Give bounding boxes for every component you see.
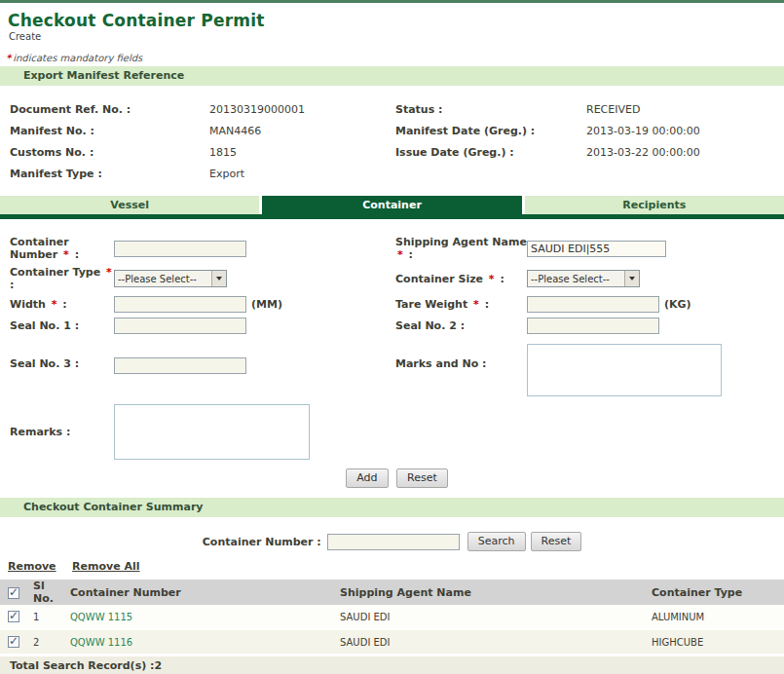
total-records-bar: Total Search Record(s) :2 bbox=[0, 656, 784, 674]
required-asterisk: * bbox=[473, 298, 479, 311]
container-size-group: Container Size * : --Please Select-- bbox=[395, 266, 640, 291]
select-all-checkbox[interactable] bbox=[8, 587, 19, 599]
customs-no-value: 1815 bbox=[209, 146, 237, 159]
doc-ref-value: 20130319000001 bbox=[209, 103, 305, 116]
remarks-group: Remarks : bbox=[10, 404, 395, 460]
container-size-select[interactable]: --Please Select-- bbox=[527, 270, 640, 287]
row1-container-type: ALUMINUM bbox=[648, 605, 784, 629]
marks-group: Marks and No : bbox=[395, 344, 722, 396]
reset-button[interactable]: Reset bbox=[396, 468, 448, 488]
manifest-no-label: Manifest No. : bbox=[10, 125, 209, 137]
form-row-4: Seal No. 1 : Seal No. 2 : bbox=[10, 318, 784, 334]
manifest-left-column: Document Ref. No. : 20130319000001 Manif… bbox=[10, 98, 395, 184]
row2-container-type: HIGHCUBE bbox=[648, 629, 784, 654]
remove-link[interactable]: Remove bbox=[8, 560, 56, 573]
seal1-label: Seal No. 1 : bbox=[10, 319, 114, 332]
customs-no-label: Customs No. : bbox=[10, 146, 209, 159]
doc-ref-label: Document Ref. No. : bbox=[10, 103, 209, 116]
manifest-type-value: Export bbox=[209, 168, 244, 180]
header-shipping-agent: Shipping Agent Name bbox=[336, 580, 648, 605]
required-asterisk: * bbox=[106, 266, 112, 279]
add-button[interactable]: Add bbox=[346, 468, 388, 488]
shipping-agent-label: Shipping Agent Name * : bbox=[395, 236, 527, 261]
mandatory-note-text: indicates mandatory fields bbox=[13, 53, 142, 63]
form-row-2: Container Type * : --Please Select-- Con… bbox=[10, 266, 784, 291]
table-row: 1 QQWW 1115 SAUDI EDI ALUMINUM bbox=[0, 605, 784, 629]
shipping-agent-input[interactable] bbox=[527, 241, 666, 257]
row1-container-number-link[interactable]: QQWW 1115 bbox=[70, 612, 132, 622]
tab-container[interactable]: Container bbox=[262, 196, 521, 214]
required-asterisk: * bbox=[489, 273, 495, 285]
remove-all-link[interactable]: Remove All bbox=[72, 560, 139, 573]
customs-no-row: Customs No. : 1815 bbox=[10, 141, 395, 163]
form-row-5: Seal No. 3 : Marks and No : bbox=[10, 344, 784, 396]
container-size-label: Container Size * : bbox=[395, 273, 527, 285]
tare-weight-label: Tare Weight * : bbox=[395, 298, 527, 311]
width-label: Width * : bbox=[10, 298, 114, 311]
table-row: 2 QQWW 1116 SAUDI EDI HIGHCUBE bbox=[0, 629, 784, 654]
container-number-input[interactable] bbox=[114, 241, 246, 257]
chevron-down-icon bbox=[624, 271, 639, 286]
seal1-input[interactable] bbox=[114, 318, 246, 334]
status-value: RECEIVED bbox=[586, 103, 640, 116]
search-button[interactable]: Search bbox=[467, 532, 526, 551]
search-container-number-label: Container Number : bbox=[203, 536, 321, 548]
search-container-number-input[interactable] bbox=[327, 534, 460, 550]
seal1-group: Seal No. 1 : bbox=[10, 318, 395, 334]
container-type-select[interactable]: --Please Select-- bbox=[114, 270, 227, 287]
container-form: Container Number * : Shipping Agent Name… bbox=[0, 219, 784, 488]
container-type-group: Container Type * : --Please Select-- bbox=[10, 266, 395, 291]
manifest-no-row: Manifest No. : MAN4466 bbox=[10, 120, 395, 141]
manifest-right-column: Status : RECEIVED Manifest Date (Greg.) … bbox=[395, 98, 700, 184]
tab-vessel[interactable]: Vessel bbox=[0, 196, 259, 214]
seal3-input[interactable] bbox=[114, 357, 246, 374]
issue-date-row: Issue Date (Greg.) : 2013-03-22 00:00:00 bbox=[395, 141, 700, 163]
issue-date-value: 2013-03-22 00:00:00 bbox=[586, 146, 700, 159]
header-container-type: Container Type bbox=[648, 580, 784, 605]
row2-checkbox[interactable] bbox=[8, 636, 19, 648]
page-subtitle: Create bbox=[9, 31, 784, 42]
form-row-1: Container Number * : Shipping Agent Name… bbox=[10, 236, 784, 261]
add-reset-button-row: Add Reset bbox=[10, 468, 784, 488]
manifest-info-grid: Document Ref. No. : 20130319000001 Manif… bbox=[0, 86, 784, 186]
width-input[interactable] bbox=[114, 296, 246, 313]
search-reset-button[interactable]: Reset bbox=[531, 532, 582, 551]
seal2-input[interactable] bbox=[527, 318, 659, 334]
summary-search-row: Container Number : Search Reset bbox=[0, 532, 784, 551]
top-green-bar bbox=[0, 0, 784, 3]
chevron-down-icon bbox=[211, 271, 226, 286]
tare-weight-unit-label: (KG) bbox=[664, 298, 691, 311]
seal2-group: Seal No. 2 : bbox=[395, 318, 659, 334]
container-summary-table: Sl No. Container Number Shipping Agent N… bbox=[0, 580, 784, 654]
manifest-date-label: Manifest Date (Greg.) : bbox=[395, 125, 586, 137]
row1-checkbox[interactable] bbox=[8, 611, 19, 622]
checkout-summary-section-header: Checkout Container Summary bbox=[0, 498, 784, 517]
seal3-label: Seal No. 3 : bbox=[10, 357, 114, 370]
seal3-group: Seal No. 3 : bbox=[10, 344, 395, 396]
remarks-textarea[interactable] bbox=[114, 404, 310, 460]
export-manifest-section-header: Export Manifest Reference bbox=[0, 66, 784, 86]
row2-sl-no: 2 bbox=[29, 629, 66, 654]
row2-container-number-link[interactable]: QQWW 1116 bbox=[70, 637, 132, 648]
header-sl-no: Sl No. bbox=[29, 580, 66, 605]
doc-ref-row: Document Ref. No. : 20130319000001 bbox=[10, 98, 395, 120]
manifest-date-row: Manifest Date (Greg.) : 2013-03-19 00:00… bbox=[395, 120, 700, 141]
table-header-row: Sl No. Container Number Shipping Agent N… bbox=[0, 580, 784, 605]
required-asterisk: * bbox=[6, 53, 11, 63]
status-label: Status : bbox=[395, 103, 586, 116]
tare-weight-input[interactable] bbox=[527, 296, 659, 313]
row1-sl-no: 1 bbox=[29, 605, 66, 629]
form-row-6: Remarks : bbox=[10, 404, 784, 460]
remove-links-row: Remove Remove All bbox=[8, 560, 784, 573]
page-title: Checkout Container Permit bbox=[8, 11, 784, 30]
manifest-type-row: Manifest Type : Export bbox=[10, 163, 395, 184]
tab-recipients[interactable]: Recipients bbox=[525, 196, 784, 214]
container-size-selected-value: --Please Select-- bbox=[528, 274, 624, 284]
required-asterisk: * bbox=[397, 248, 403, 261]
manifest-no-value: MAN4466 bbox=[209, 125, 261, 137]
required-asterisk: * bbox=[63, 248, 69, 261]
issue-date-label: Issue Date (Greg.) : bbox=[395, 146, 586, 159]
container-number-label: Container Number * : bbox=[10, 236, 114, 261]
marks-textarea[interactable] bbox=[527, 344, 722, 396]
row1-shipping-agent: SAUDI EDI bbox=[336, 605, 648, 629]
